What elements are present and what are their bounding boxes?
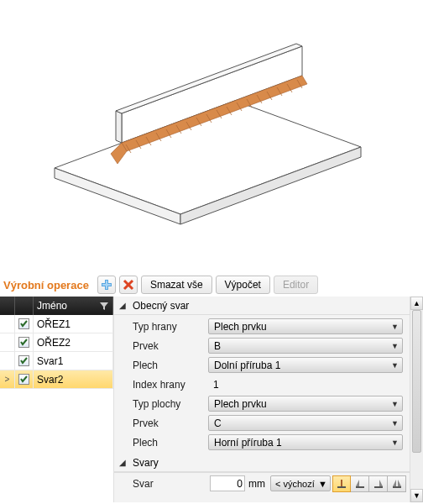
row-name[interactable]: OŘEZ1 — [34, 315, 113, 333]
section-general-weld[interactable]: ◢ Obecný svar — [114, 297, 410, 315]
svg-rect-41 — [393, 486, 401, 488]
operations-title: Výrobní operace — [3, 279, 89, 291]
scroll-down-button[interactable]: ▼ — [410, 489, 423, 502]
caret-down-icon: ▼ — [391, 419, 399, 428]
calculate-button[interactable]: Výpočet — [216, 276, 270, 294]
scroll-thumb[interactable] — [412, 310, 421, 453]
svg-marker-39 — [393, 480, 396, 486]
section-title: Svary — [133, 457, 159, 469]
collapse-icon[interactable]: ◢ — [119, 301, 128, 310]
toggle-weld-both[interactable] — [388, 475, 406, 492]
section-welds-body: Svar mm < výchozí ▼ — [114, 472, 410, 494]
label-weld-unit: mm — [248, 478, 265, 490]
svg-rect-38 — [374, 486, 383, 488]
property-panel: ◢ Obecný svar Typ hrany Plech prvku▼ Prv… — [114, 297, 423, 502]
grid-header-name[interactable]: Jméno — [34, 297, 113, 315]
checkmark-icon — [20, 375, 28, 383]
row-selector[interactable] — [0, 352, 15, 370]
editor-button: Editor — [274, 276, 318, 294]
svg-marker-37 — [379, 480, 383, 486]
caret-down-icon: ▼ — [391, 361, 399, 370]
svg-rect-34 — [337, 486, 346, 488]
label-member2: Prvek — [133, 417, 208, 429]
svg-rect-33 — [341, 480, 342, 486]
clear-all-button[interactable]: Smazat vše — [141, 276, 212, 294]
toggle-weld-right[interactable] — [369, 475, 388, 492]
caret-down-icon: ▼ — [318, 479, 327, 489]
row-checkbox[interactable] — [15, 315, 34, 333]
row-selector[interactable] — [0, 333, 15, 351]
label-edge-index: Index hrany — [133, 379, 208, 391]
combo-edge-type[interactable]: Plech prvku▼ — [208, 318, 403, 334]
checkmark-icon — [20, 339, 28, 346]
grid-header-selector — [0, 297, 15, 315]
label-surface-type: Typ plochy — [133, 398, 208, 410]
weld-left-icon — [354, 478, 366, 490]
toggle-weld-left[interactable] — [351, 475, 369, 492]
caret-down-icon: ▼ — [391, 400, 399, 408]
scroll-up-button[interactable]: ▲ — [410, 297, 423, 310]
caret-down-icon: ▼ — [391, 342, 399, 350]
combo-plate2[interactable]: Horní příruba 1▼ — [208, 434, 403, 450]
label-weld: Svar — [133, 478, 208, 490]
section-general-weld-body: Typ hrany Plech prvku▼ Prvek B▼ Plech Do… — [114, 315, 410, 454]
filter-icon[interactable] — [99, 301, 109, 311]
input-weld-size[interactable] — [210, 475, 245, 491]
table-row[interactable]: OŘEZ1 — [0, 315, 113, 333]
property-scrollbar[interactable]: ▲ ▼ — [410, 297, 423, 502]
combo-surface-type[interactable]: Plech prvku▼ — [208, 396, 403, 412]
label-edge-type: Typ hrany — [133, 321, 208, 333]
grid-header-check — [15, 297, 34, 315]
label-plate2: Plech — [133, 437, 208, 449]
combo-weld-type[interactable]: < výchozí ▼ — [270, 475, 331, 491]
model-viewport[interactable] — [0, 0, 423, 273]
value-edge-index[interactable]: 1 — [208, 379, 219, 391]
collapse-icon[interactable]: ◢ — [119, 458, 128, 467]
section-welds[interactable]: ◢ Svary — [114, 454, 410, 472]
row-name[interactable]: Svar2 — [34, 370, 113, 388]
row-name[interactable]: Svar1 — [34, 352, 113, 370]
combo-member[interactable]: B▼ — [208, 338, 403, 354]
operations-grid: Jméno OŘEZ1 OŘEZ2 Svar1 Svar2 — [0, 297, 114, 502]
section-title: Obecný svar — [133, 300, 189, 312]
svg-marker-5 — [116, 44, 302, 113]
table-row[interactable]: OŘEZ2 — [0, 333, 113, 352]
row-name[interactable]: OŘEZ2 — [34, 333, 113, 351]
weld-right-icon — [373, 478, 384, 490]
delete-operation-button[interactable] — [119, 276, 138, 294]
table-row[interactable]: Svar1 — [0, 352, 113, 370]
row-checkbox[interactable] — [15, 370, 34, 388]
label-member: Prvek — [133, 340, 208, 352]
row-checkbox[interactable] — [15, 333, 34, 351]
svg-rect-29 — [102, 284, 111, 286]
svg-marker-4 — [116, 111, 122, 143]
combo-plate[interactable]: Dolní příruba 1▼ — [208, 357, 403, 373]
toggle-weld-front[interactable] — [332, 475, 351, 492]
weld-both-icon — [391, 478, 403, 490]
scroll-track[interactable] — [410, 310, 423, 489]
caret-down-icon: ▼ — [391, 323, 399, 331]
weld-location-toggles — [332, 475, 406, 492]
svg-marker-35 — [356, 480, 359, 486]
checkmark-icon — [20, 357, 28, 365]
table-row[interactable]: Svar2 — [0, 370, 113, 389]
checkmark-icon — [20, 320, 28, 328]
grid-header-name-label: Jméno — [37, 300, 67, 312]
combo-member2[interactable]: C▼ — [208, 415, 403, 431]
operations-toolbar: Výrobní operace Smazat vše Výpočet Edito… — [0, 273, 423, 297]
row-checkbox[interactable] — [15, 352, 34, 370]
plus-icon — [101, 279, 112, 291]
svg-marker-32 — [100, 302, 108, 310]
grid-header: Jméno — [0, 297, 113, 315]
row-selector[interactable] — [0, 315, 15, 333]
x-icon — [123, 279, 134, 291]
svg-marker-40 — [398, 480, 401, 486]
caret-down-icon: ▼ — [391, 438, 399, 447]
svg-rect-36 — [356, 486, 364, 488]
add-operation-button[interactable] — [97, 276, 116, 294]
label-plate: Plech — [133, 360, 208, 371]
weld-front-icon — [336, 478, 347, 490]
row-selector[interactable] — [0, 370, 15, 388]
